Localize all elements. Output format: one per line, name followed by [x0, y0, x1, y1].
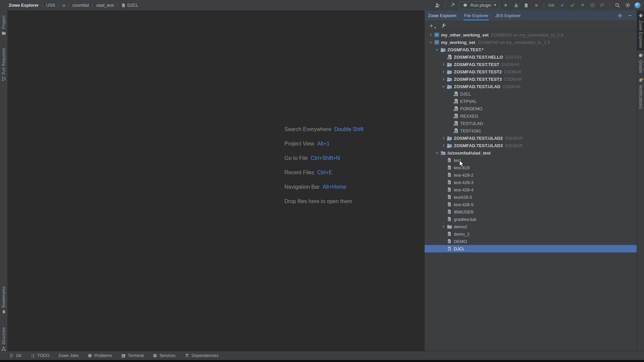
breadcrumb-item-uss[interactable]: USS — [46, 3, 55, 8]
tree-item-zosmfad-test-[interactable]: DSZOSMFAD.TEST.* — [425, 46, 637, 53]
tree-item-my-working-set[interactable]: my_working_setZOSMFAD on my_connection_t… — [425, 39, 637, 46]
settings-button[interactable] — [624, 1, 631, 9]
tree-item-label: ZOSMFAD.TEST.TEST2 — [454, 69, 502, 74]
tree-item-zosmfad-test-ulad2[interactable]: DSZOSMFAD.TEST.ULAD2D3DBAR — [425, 134, 637, 142]
tree-item-djcl[interactable]: DJCL — [425, 245, 637, 252]
chevron-slot — [441, 202, 446, 207]
statusbar-item-problems[interactable]: Problems — [88, 353, 112, 358]
chevron-collapsed-icon[interactable] — [441, 136, 445, 140]
toolwindow-minimize-button[interactable] — [628, 13, 632, 18]
tree-item-demo-2[interactable]: demo_2 — [425, 230, 637, 238]
breadcrumb-separator: › — [92, 2, 93, 8]
statusbar-item-git[interactable]: Git — [9, 353, 21, 358]
tree-item-djcl[interactable]: MEMDJCL — [425, 90, 637, 98]
tree-item-test428-5[interactable]: test428-5 — [425, 193, 637, 201]
stripe-button-bookmarks[interactable]: Bookmarks — [0, 284, 7, 317]
tree-item-my-other-working-set[interactable]: my_other_working_setZOSMFAD on my_connec… — [425, 31, 637, 39]
tree-item-zosmfad-test-hello[interactable]: PSZOSMFAD.TEST.HELLOD3SYS1 — [425, 53, 637, 61]
gradle-icon — [638, 53, 644, 58]
tree-item-zosmfad-test-ulad[interactable]: DSZOSMFAD.TEST.ULADD3DBAR — [425, 83, 637, 90]
git-update-button[interactable] — [558, 1, 566, 9]
stripe-button-project[interactable]: Project — [0, 13, 7, 38]
toolwindow-tools-button[interactable] — [441, 23, 446, 28]
search-everywhere-button[interactable] — [614, 1, 621, 9]
push-icon — [580, 3, 585, 8]
tree-item-zosmfad-test-test2[interactable]: DSZOSMFAD.TEST.TEST2D3DBAR — [425, 68, 637, 75]
chevron-collapsed-icon[interactable] — [441, 70, 445, 74]
stripe-button-gradle[interactable]: Gradle — [637, 51, 644, 75]
tree-item-test4281[interactable]: MEMTEST4281 — [425, 127, 637, 134]
zowe-explorer-toolwindow: Zowe Explorer: File ExplorerJES Explorer… — [424, 10, 637, 351]
hint-label: Drop files here to open them — [284, 198, 352, 204]
tree-item-rexxeg[interactable]: MEMREXXEG — [425, 112, 637, 120]
stop-button[interactable] — [533, 1, 540, 9]
statusbar-item-terminal[interactable]: Terminal — [121, 353, 144, 358]
hint-shortcut: Ctrl+Shift+N — [311, 155, 340, 161]
tree-item-demo[interactable]: DEMO — [425, 238, 637, 245]
tree-item-zosmfad-test-test3[interactable]: DSZOSMFAD.TEST.TEST3D3DBAR — [425, 75, 637, 83]
tab-jes-explorer[interactable]: JES Explorer — [495, 10, 521, 20]
run-configuration-combo[interactable]: Run plugin — [459, 1, 500, 9]
chevron-expanded-icon[interactable] — [429, 40, 433, 44]
breadcrumb-item-zowe-explorer[interactable]: Zowe Explorer — [9, 3, 39, 8]
tree-item-test-428-5[interactable]: test-428-5 — [425, 201, 637, 208]
run-button[interactable] — [502, 1, 510, 9]
tree-item-ibmuser[interactable]: IBMUSER — [425, 208, 637, 216]
breadcrumb-item-u[interactable]: u — [62, 3, 65, 8]
chevron-collapsed-icon[interactable] — [441, 77, 445, 81]
breadcrumb-item-zosmfad[interactable]: zosmfad — [72, 3, 89, 8]
editor-hint: Navigation BarAlt+Home — [284, 180, 364, 194]
tree-item-zosmfad-test-test[interactable]: DSZOSMFAD.TEST.TESTD3DBAR — [425, 61, 637, 68]
chevron-collapsed-icon[interactable] — [441, 225, 445, 229]
chevron-expanded-icon[interactable] — [441, 84, 445, 88]
stripe-button-zowe-explorer[interactable]: Zowe Explorer — [637, 10, 644, 51]
stripe-button-notifications[interactable]: Notifications — [637, 75, 644, 111]
tree-item-label: gradlew.bat — [454, 217, 476, 222]
tree-item-test-428-2[interactable]: test-428-2 — [425, 171, 637, 179]
tree-item-test-428-4[interactable]: test-428-4 — [425, 186, 637, 193]
statusbar-item-services[interactable]: Services — [153, 353, 175, 358]
stripe-button-structure[interactable]: Structure — [0, 325, 7, 354]
bottom-edge — [0, 360, 644, 362]
statusbar-item-zowe-jobs[interactable]: Zowe Jobs — [58, 353, 78, 358]
chevron-expanded-icon[interactable] — [435, 48, 439, 52]
svg-text:DS: DS — [441, 50, 443, 52]
run-with-coverage-button[interactable] — [523, 1, 530, 9]
toolwindow-settings-button[interactable] — [618, 13, 623, 18]
user-menu-button[interactable] — [434, 1, 441, 9]
tree-item-fordemo[interactable]: MEMFORDEMO — [425, 105, 637, 112]
git-push-button[interactable] — [579, 1, 586, 9]
tree-item-demo2[interactable]: demo2 — [425, 223, 637, 230]
git-commit-button[interactable] — [569, 1, 576, 9]
breadcrumb-item-djcl[interactable]: DJCL — [121, 3, 138, 8]
chevron-collapsed-icon[interactable] — [441, 62, 445, 66]
chevron-slot — [441, 84, 446, 89]
debug-button[interactable] — [513, 1, 520, 9]
stripe-button-pull-requests[interactable]: Pull Requests — [0, 46, 7, 84]
tree-item-gradlew-bat[interactable]: gradlew.bat — [425, 216, 637, 223]
chevron-slot — [441, 172, 446, 178]
add-working-set-button[interactable] — [429, 23, 436, 28]
update-icon — [560, 3, 565, 8]
tree-item-test-819[interactable]: test-819 — [425, 164, 637, 171]
statusbar-item-dependencies[interactable]: Dependencies — [184, 353, 218, 358]
tab-file-explorer[interactable]: File Explorer — [464, 10, 488, 20]
chevron-expanded-icon[interactable] — [435, 151, 439, 155]
chevron-collapsed-icon[interactable] — [441, 143, 445, 147]
tree-item-test-428-3[interactable]: test-428-3 — [425, 179, 637, 186]
tree-item-etpval[interactable]: MEMETPVAL — [425, 98, 637, 105]
git-history-button[interactable] — [589, 1, 596, 9]
tree-item-suffix: ZOSMFAD on my_connection_to_2.3 — [478, 40, 550, 45]
build-project-button[interactable] — [449, 1, 456, 9]
statusbar-item-todo[interactable]: TODO — [31, 353, 49, 358]
breadcrumb-item-ulad-test[interactable]: ulad_test — [96, 3, 114, 8]
history-icon — [590, 3, 595, 8]
tree-item-zosmfad-test-ulad3[interactable]: DSZOSMFAD.TEST.ULAD3D3DBAR — [425, 142, 637, 149]
tree-item-test[interactable]: test — [425, 157, 637, 164]
tree-item-testulad[interactable]: MEMTESTULAD — [425, 120, 637, 127]
tree-item--u-zosmfad-ulad-test[interactable]: /u/zosmfad/ulad_test — [425, 149, 637, 157]
git-rollback-button[interactable] — [599, 1, 606, 9]
tree-item-suffix: D3SYS1 — [505, 55, 522, 60]
chevron-collapsed-icon[interactable] — [429, 33, 433, 37]
avatar[interactable] — [634, 1, 641, 9]
